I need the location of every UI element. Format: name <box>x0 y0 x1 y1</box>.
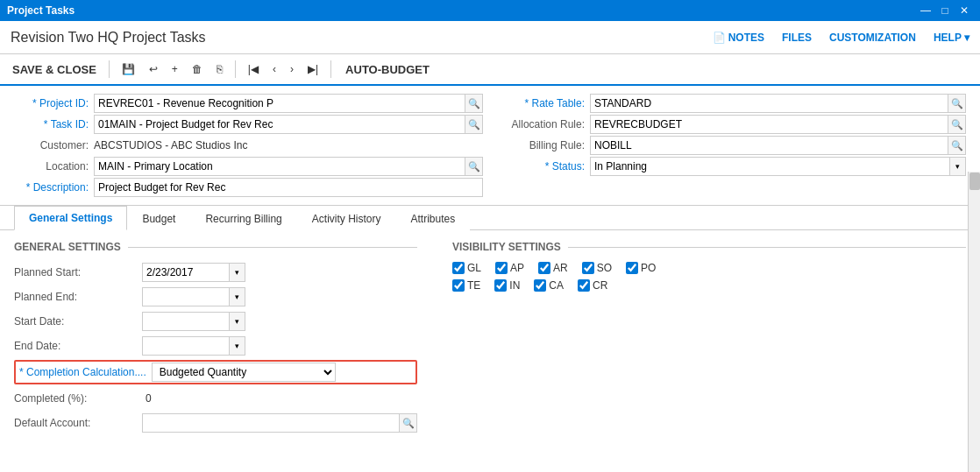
visibility-ca-label: CA <box>549 279 564 292</box>
first-button[interactable]: |◀ <box>243 60 264 78</box>
task-id-input[interactable] <box>94 115 465 134</box>
tab-activity-history[interactable]: Activity History <box>297 206 396 230</box>
copy-button[interactable]: ⎘ <box>211 60 228 78</box>
visibility-ap-label: AP <box>510 262 524 274</box>
undo-button[interactable]: ↩ <box>144 60 163 78</box>
location-label: Location: <box>14 160 89 173</box>
default-account-search-button[interactable]: 🔍 <box>400 413 417 433</box>
auto-budget-button[interactable]: AUTO-BUDGET <box>338 60 437 79</box>
end-date-input[interactable] <box>142 336 230 356</box>
visibility-cr-checkbox[interactable] <box>578 279 590 292</box>
files-button[interactable]: FILES <box>782 32 812 44</box>
visibility-so-checkbox[interactable] <box>582 262 594 274</box>
start-date-field[interactable]: ▾ <box>142 312 245 331</box>
project-id-input[interactable] <box>94 94 465 113</box>
planned-start-field[interactable]: ▾ <box>142 263 245 282</box>
visibility-gl-checkbox[interactable] <box>452 262 465 274</box>
rate-table-field[interactable]: 🔍 <box>590 94 966 113</box>
copy-icon: ⎘ <box>217 63 223 75</box>
rate-table-search-button[interactable]: 🔍 <box>948 94 966 113</box>
end-date-field[interactable]: ▾ <box>142 336 245 356</box>
allocation-rule-field[interactable]: 🔍 <box>590 115 966 134</box>
location-row: Location: 🔍 <box>14 156 483 177</box>
task-id-field[interactable]: 🔍 <box>94 115 483 134</box>
visibility-ar-checkbox[interactable] <box>538 262 550 274</box>
visibility-in-checkbox[interactable] <box>494 279 507 292</box>
project-id-label: Project ID: <box>14 97 89 109</box>
delete-button[interactable]: 🗑 <box>187 60 208 78</box>
completion-calc-label: * Completion Calculation.... <box>19 366 146 378</box>
visibility-row-2: TE IN CA CR <box>452 279 966 292</box>
tab-attributes[interactable]: Attributes <box>395 206 470 230</box>
rate-table-input[interactable] <box>590 94 948 113</box>
visibility-so: SO <box>582 262 612 274</box>
notes-icon: 📄 <box>713 32 726 44</box>
next-button[interactable]: › <box>285 60 299 78</box>
billing-rule-label: Billing Rule: <box>497 139 585 151</box>
scroll-track[interactable] <box>968 172 980 472</box>
visibility-ca-checkbox[interactable] <box>534 279 546 292</box>
project-id-row: Project ID: 🔍 <box>14 93 483 114</box>
visibility-po-label: PO <box>641 262 656 274</box>
planned-start-input[interactable] <box>142 263 230 282</box>
main-content: Project ID: 🔍 Task ID: 🔍 Customer: ABCST… <box>0 86 980 472</box>
visibility-settings-title: VISIBILITY SETTINGS <box>452 241 966 253</box>
files-label: FILES <box>782 32 812 44</box>
close-button[interactable]: ✕ <box>955 4 973 18</box>
end-date-dropdown-button[interactable]: ▾ <box>230 336 245 356</box>
last-button[interactable]: ▶| <box>302 60 323 78</box>
description-input[interactable] <box>94 178 483 197</box>
location-input[interactable] <box>94 157 465 176</box>
project-id-field[interactable]: 🔍 <box>94 94 483 113</box>
completed-row: Completed (%): 0 <box>14 388 417 409</box>
tab-content: GENERAL SETTINGS Planned Start: ▾ Planne… <box>0 230 980 472</box>
tab-general-settings[interactable]: General Settings <box>14 206 127 230</box>
save-button[interactable]: 💾 <box>117 60 140 78</box>
visibility-ap-checkbox[interactable] <box>495 262 508 274</box>
last-icon: ▶| <box>308 63 318 75</box>
add-button[interactable]: + <box>167 60 183 78</box>
status-field[interactable]: ▾ <box>590 157 966 176</box>
prev-button[interactable]: ‹ <box>267 60 281 78</box>
project-id-search-button[interactable]: 🔍 <box>465 94 483 113</box>
end-date-label: End Date: <box>14 340 137 352</box>
planned-end-input[interactable] <box>142 287 230 306</box>
allocation-rule-input[interactable] <box>590 115 948 134</box>
billing-rule-search-button[interactable]: 🔍 <box>948 136 966 155</box>
billing-rule-input[interactable] <box>590 136 948 155</box>
description-row: Description: <box>14 177 483 198</box>
completion-calc-select[interactable]: Budgeted Quantity <box>152 363 336 382</box>
location-search-button[interactable]: 🔍 <box>465 157 483 176</box>
maximize-button[interactable]: □ <box>936 4 954 18</box>
save-close-button[interactable]: SAVE & CLOSE <box>7 60 102 79</box>
planned-end-dropdown-button[interactable]: ▾ <box>230 287 245 306</box>
visibility-ar: AR <box>538 262 568 274</box>
default-account-input[interactable] <box>142 413 400 433</box>
notes-button[interactable]: 📄 NOTES <box>713 32 764 44</box>
visibility-settings-section: VISIBILITY SETTINGS GL AP AR SO <box>452 241 966 461</box>
start-date-input[interactable] <box>142 312 230 331</box>
status-input[interactable] <box>590 157 950 176</box>
header-actions: 📄 NOTES FILES CUSTOMIZATION HELP ▾ <box>713 32 969 44</box>
location-field[interactable]: 🔍 <box>94 157 483 176</box>
default-account-field[interactable]: 🔍 <box>142 413 417 433</box>
visibility-te-checkbox[interactable] <box>452 279 465 292</box>
customization-button[interactable]: CUSTOMIZATION <box>829 32 916 44</box>
allocation-rule-search-button[interactable]: 🔍 <box>948 115 966 134</box>
notes-label: NOTES <box>728 32 764 44</box>
minimize-button[interactable]: — <box>917 4 934 18</box>
visibility-po-checkbox[interactable] <box>626 262 638 274</box>
status-dropdown-button[interactable]: ▾ <box>950 157 966 176</box>
planned-start-dropdown-button[interactable]: ▾ <box>230 263 245 282</box>
rate-table-label: Rate Table: <box>497 97 585 109</box>
start-date-dropdown-button[interactable]: ▾ <box>230 312 245 331</box>
status-row: Status: ▾ <box>497 156 966 177</box>
task-id-search-button[interactable]: 🔍 <box>465 115 483 134</box>
planned-end-field[interactable]: ▾ <box>142 287 245 306</box>
scroll-thumb[interactable] <box>969 173 980 190</box>
billing-rule-field[interactable]: 🔍 <box>590 136 966 155</box>
help-button[interactable]: HELP ▾ <box>934 32 969 44</box>
completion-calc-field[interactable]: Budgeted Quantity <box>152 363 336 382</box>
tab-budget[interactable]: Budget <box>127 206 190 230</box>
tab-recurring-billing[interactable]: Recurring Billing <box>190 206 296 230</box>
